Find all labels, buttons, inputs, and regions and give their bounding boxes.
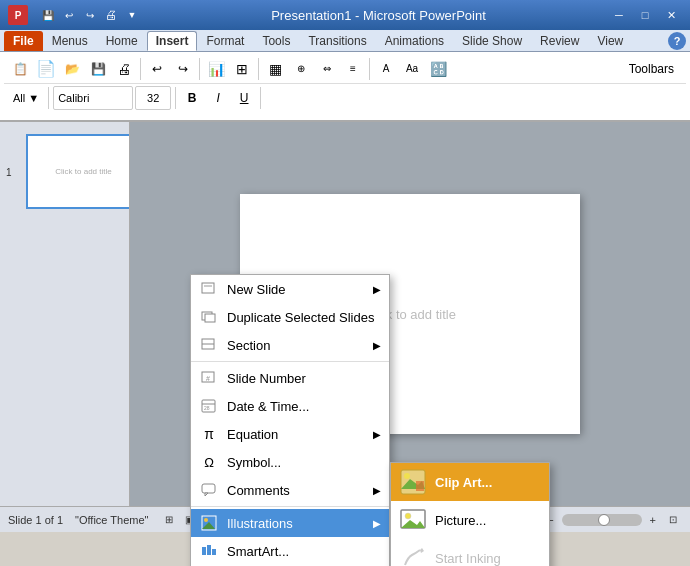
tb-chart2[interactable]: 📊 [204,57,228,81]
tb-open[interactable]: 📂 [60,57,84,81]
redo-btn[interactable]: ↪ [81,6,99,24]
illustrations-submenu: Clip Art... Picture... Start Inking [390,462,550,566]
tab-insert[interactable]: Insert [147,31,198,51]
zoom-plus-btn[interactable]: + [650,514,656,526]
menu-comments[interactable]: Comments ▶ [191,476,389,504]
tab-slideshow[interactable]: Slide Show [453,31,531,51]
tab-menus[interactable]: Menus [43,31,97,51]
tb-extra3[interactable]: ⇔ [315,57,339,81]
menu-dup-slides[interactable]: Duplicate Selected Slides [191,303,389,331]
sep1 [191,361,389,362]
slide-thumbnail[interactable]: Click to add title [26,134,130,209]
tab-format[interactable]: Format [197,31,253,51]
tb-all[interactable]: All ▼ [8,86,44,110]
tb-redo2[interactable]: ↪ [171,57,195,81]
svg-rect-17 [207,545,211,555]
help-button[interactable]: ? [668,32,686,50]
menu-new-slide[interactable]: New Slide ▶ [191,275,389,303]
menu-equation[interactable]: π Equation ▶ [191,420,389,448]
submenu-picture[interactable]: Picture... [391,501,549,539]
submenu-clipart-label: Clip Art... [435,475,492,490]
divider5 [48,87,49,109]
menu-section-label: Section [227,338,270,353]
menu-slide-number[interactable]: # Slide Number [191,364,389,392]
svg-rect-16 [202,547,206,555]
tab-transitions[interactable]: Transitions [299,31,375,51]
submenu-start-inking: Start Inking [391,539,549,566]
tb-bold[interactable]: B [180,86,204,110]
menu-symbol[interactable]: Ω Symbol... [191,448,389,476]
illustrations-icon [199,513,219,533]
minimize-btn[interactable]: ─ [608,6,630,24]
svg-text:28: 28 [204,405,210,411]
submenu-inking-label: Start Inking [435,551,501,566]
inking-icon [399,544,427,566]
comments-icon [199,480,219,500]
menu-date-time-label: Date & Time... [227,399,309,414]
tb-extra2[interactable]: ⊕ [289,57,313,81]
menu-slide-number-label: Slide Number [227,371,306,386]
fit-slide-btn[interactable]: ⊡ [664,511,682,529]
divider6 [175,87,176,109]
divider7 [260,87,261,109]
dup-slides-icon [199,307,219,327]
quick-access-toolbar: P 💾 ↩ ↪ 🖨 ▼ [8,5,141,25]
tb-extra7[interactable]: 🔠 [426,57,450,81]
tb-undo2[interactable]: ↩ [145,57,169,81]
menu-section[interactable]: Section ▶ [191,331,389,359]
tb-italic[interactable]: I [206,86,230,110]
tb-extra6[interactable]: Aa [400,57,424,81]
svg-rect-18 [212,549,216,555]
tb-underline[interactable]: U [232,86,256,110]
tb-extra5[interactable]: A [374,57,398,81]
main-area: 1 Click to add title Click to add title … [0,122,690,506]
picture-icon [399,506,427,534]
symbol-icon: Ω [199,452,219,472]
dropdown-btn[interactable]: ▼ [123,6,141,24]
tb-extra4[interactable]: ≡ [341,57,365,81]
tab-view[interactable]: View [588,31,632,51]
tb-font-size[interactable]: 32 [135,86,171,110]
menu-comments-label: Comments [227,483,290,498]
tb-clipboard[interactable]: 📋 [8,57,32,81]
submenu-clipart[interactable]: Clip Art... [391,463,549,501]
tab-animations[interactable]: Animations [376,31,453,51]
tab-home[interactable]: Home [97,31,147,51]
maximize-btn[interactable]: □ [634,6,656,24]
tab-review[interactable]: Review [531,31,588,51]
menu-illustrations[interactable]: Illustrations ▶ [191,509,389,537]
submenu-picture-label: Picture... [435,513,486,528]
view-normal-btn[interactable]: ⊞ [160,511,178,529]
date-time-icon: 28 [199,396,219,416]
menu-smartart[interactable]: SmartArt... [191,537,389,565]
save-quick-btn[interactable]: 💾 [39,6,57,24]
tb-save[interactable]: 💾 [86,57,110,81]
divider3 [258,58,259,80]
svg-point-45 [404,473,410,479]
new-slide-icon [199,279,219,299]
slide-info: Slide 1 of 1 [8,514,63,526]
menu-date-time[interactable]: 28 Date & Time... [191,392,389,420]
slide-panel: 1 Click to add title [0,122,130,506]
tb-print[interactable]: 🖨 [112,57,136,81]
undo-btn[interactable]: ↩ [60,6,78,24]
svg-rect-47 [416,481,424,491]
insert-menu: New Slide ▶ Duplicate Selected Slides Se… [190,274,390,566]
svg-marker-15 [202,522,215,529]
tb-extra1[interactable]: ▦ [263,57,287,81]
tb-table2[interactable]: ⊞ [230,57,254,81]
tab-tools[interactable]: Tools [253,31,299,51]
menu-equation-label: Equation [227,427,278,442]
sep2 [191,506,389,507]
window-title: Presentation1 - Microsoft PowerPoint [149,8,608,23]
menu-illustrations-label: Illustrations [227,516,293,531]
close-btn[interactable]: ✕ [660,6,682,24]
print-btn[interactable]: 🖨 [102,6,120,24]
tb-font-name[interactable]: Calibri [53,86,133,110]
zoom-thumb [598,514,610,526]
tab-file[interactable]: File [4,31,43,51]
menu-new-slide-label: New Slide [227,282,286,297]
zoom-slider[interactable] [562,514,642,526]
tb-new[interactable]: 📄 [34,57,58,81]
svg-rect-3 [205,314,215,322]
